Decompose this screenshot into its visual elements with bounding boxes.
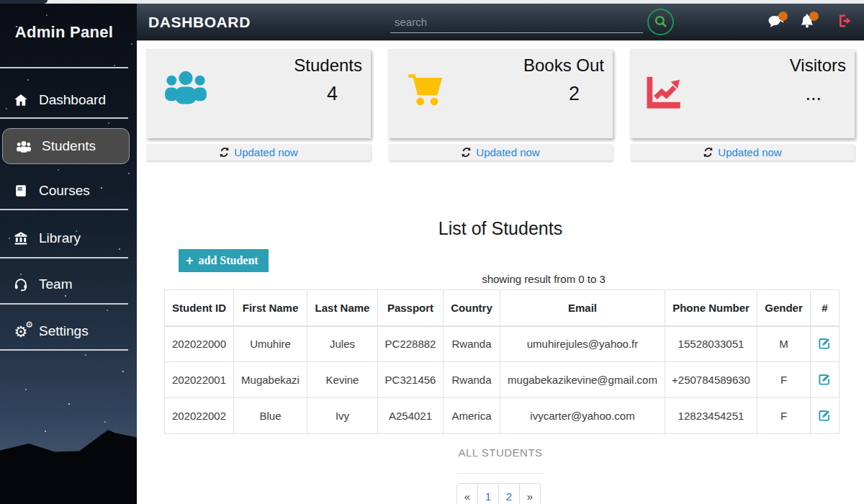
sidebar-item-dashboard[interactable]: Dashboard xyxy=(0,82,130,118)
cell-first-name: Mugabekazi xyxy=(234,362,307,398)
admin-panel-app: Admin Panel Dashboard Stu xyxy=(0,0,864,504)
cell-passport: PC321456 xyxy=(378,362,444,398)
card-footer: Updated now xyxy=(146,144,371,161)
plus-icon: + xyxy=(186,254,194,267)
search-input[interactable] xyxy=(390,12,643,33)
col-header: Phone Number xyxy=(665,290,757,326)
sidebar-item-library[interactable]: Library xyxy=(0,220,130,256)
card-title: Students xyxy=(294,55,362,76)
cell-student-id: 202022001 xyxy=(165,362,234,398)
add-student-button[interactable]: + add Student xyxy=(179,249,269,272)
edit-student-button[interactable] xyxy=(816,371,833,390)
cell-last-name: Kevine xyxy=(307,362,378,398)
users-icon xyxy=(161,68,211,109)
sign-out-icon xyxy=(837,12,855,32)
cell-gender: F xyxy=(757,362,811,398)
browser-chrome-strip xyxy=(0,0,864,4)
table-row: 202022002 Blue Ivy A254021 America ivyca… xyxy=(165,398,840,434)
cell-country: Rwanda xyxy=(444,362,500,398)
page-title: DASHBOARD xyxy=(148,4,251,41)
card-footer: Updated now xyxy=(388,144,613,161)
table-row: 202022001 Mugabekazi Kevine PC321456 Rwa… xyxy=(165,362,840,398)
sidebar-item-settings[interactable]: ⚙⚙ Settings xyxy=(0,313,130,349)
cell-first-name: Umuhire xyxy=(234,326,307,362)
stat-card-visitors: Visitors ... Updated now xyxy=(630,49,855,161)
sidebar-divider xyxy=(0,303,128,305)
notifications-button[interactable] xyxy=(797,12,817,32)
sidebar-item-label: Library xyxy=(39,230,81,246)
card-value: ... xyxy=(805,83,822,105)
card-title: Books Out xyxy=(523,55,604,76)
col-header: Last Name xyxy=(307,290,378,326)
institution-icon xyxy=(12,230,30,247)
stat-cards: Students 4 Updated now xyxy=(146,49,855,161)
line-chart-icon xyxy=(642,71,685,117)
users-icon xyxy=(15,138,32,155)
search-button[interactable] xyxy=(647,9,674,35)
headset-icon xyxy=(12,276,30,293)
cell-passport: A254021 xyxy=(378,398,444,434)
search-icon xyxy=(654,14,667,30)
topbar-icons xyxy=(766,4,855,41)
table-row: 202022000 Umuhire Jules PC228882 Rwanda … xyxy=(165,326,840,362)
pagination-prev[interactable]: « xyxy=(456,483,478,504)
sidebar-item-label: Team xyxy=(39,276,72,292)
messages-button[interactable] xyxy=(766,12,786,32)
browser-tab-remnant xyxy=(0,0,48,4)
sidebar-item-students[interactable]: Students xyxy=(2,128,130,164)
logout-button[interactable] xyxy=(835,12,855,32)
edit-student-button[interactable] xyxy=(816,335,833,354)
sidebar-item-team[interactable]: Team xyxy=(0,266,130,302)
notification-badge xyxy=(809,12,819,21)
sidebar-divider xyxy=(0,67,128,68)
cell-country: Rwanda xyxy=(444,326,500,362)
cell-country: America xyxy=(444,398,500,434)
sidebar-divider xyxy=(0,209,128,210)
updated-label: Updated now xyxy=(718,146,781,158)
students-table: Student ID First Name Last Name Passport… xyxy=(164,289,840,434)
pagination-next[interactable]: » xyxy=(519,483,541,504)
mountain-silhouette xyxy=(0,428,137,504)
cell-actions xyxy=(811,362,840,398)
col-header: Passport xyxy=(378,290,444,326)
col-header: Country xyxy=(444,290,500,326)
edit-icon xyxy=(818,413,832,424)
col-header: Student ID xyxy=(165,290,234,326)
result-count-text: showing result from 0 to 3 xyxy=(223,273,864,285)
cell-email: mugabekazikevine@gmail.com xyxy=(500,362,665,398)
table-header-row: Student ID First Name Last Name Passport… xyxy=(165,290,840,326)
cell-actions xyxy=(811,398,840,434)
cell-email: umuhirejules@yahoo.fr xyxy=(500,326,665,362)
cell-phone: +250784589630 xyxy=(665,362,757,398)
updated-label: Updated now xyxy=(476,146,539,158)
cell-last-name: Jules xyxy=(307,326,378,362)
refresh-icon xyxy=(461,147,472,158)
add-student-label: add Student xyxy=(199,254,258,267)
divider xyxy=(457,473,544,474)
card-value: 4 xyxy=(327,83,338,105)
edit-icon xyxy=(818,377,832,388)
section-heading: List of Students xyxy=(137,218,864,239)
updated-label: Updated now xyxy=(234,146,297,158)
cell-gender: M xyxy=(757,326,811,362)
home-icon xyxy=(12,91,30,109)
sidebar-item-courses[interactable]: Courses xyxy=(0,173,130,209)
cart-icon xyxy=(402,68,447,112)
pagination-page-1[interactable]: 1 xyxy=(477,483,499,504)
col-header: Email xyxy=(500,290,665,326)
app-title: Admin Panel xyxy=(0,23,128,42)
edit-student-button[interactable] xyxy=(816,407,833,426)
topbar: DASHBOARD xyxy=(137,4,864,41)
cell-phone: 15528033051 xyxy=(665,326,757,362)
refresh-icon xyxy=(703,147,714,158)
card-title: Visitors xyxy=(790,55,846,76)
pagination-page-2[interactable]: 2 xyxy=(498,483,520,504)
gears-icon: ⚙⚙ xyxy=(12,323,30,340)
sidebar: Admin Panel Dashboard Stu xyxy=(0,0,137,504)
col-header: Gender xyxy=(757,290,811,326)
sidebar-item-label: Settings xyxy=(39,323,89,339)
main-content: Students 4 Updated now xyxy=(137,41,864,504)
cell-phone: 12823454251 xyxy=(665,398,757,434)
cell-passport: PC228882 xyxy=(378,326,444,362)
refresh-icon xyxy=(219,147,230,158)
